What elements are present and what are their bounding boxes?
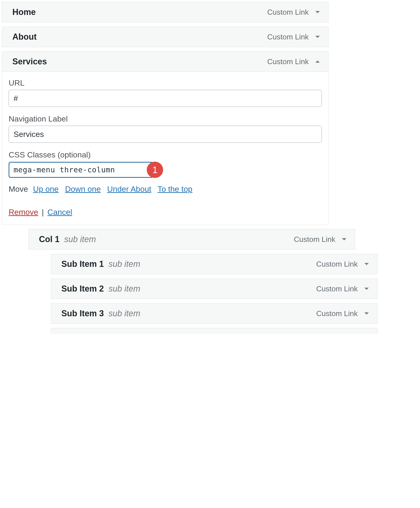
menu-item-col1-title-text: Col 1 xyxy=(39,234,60,244)
menu-item-sub1-title-text: Sub Item 1 xyxy=(61,259,104,269)
move-up-link[interactable]: Up one xyxy=(33,184,59,193)
chevron-down-icon xyxy=(363,261,370,267)
menu-item-about-title: About xyxy=(12,32,267,42)
chevron-down-icon xyxy=(363,310,370,317)
css-classes-label: CSS Classes (optional) xyxy=(9,150,322,159)
remove-link[interactable]: Remove xyxy=(9,208,38,216)
annotation-badge-1: 1 xyxy=(147,162,163,178)
sub-item-label: sub item xyxy=(108,259,140,269)
sub-item-label: sub item xyxy=(64,234,96,244)
menu-item-sub1: Sub Item 1 sub item Custom Link xyxy=(51,254,377,274)
url-field: URL xyxy=(9,78,322,107)
url-input[interactable] xyxy=(9,90,322,107)
menu-item-sub3-title-text: Sub Item 3 xyxy=(61,309,104,318)
navigation-label-field: Navigation Label xyxy=(9,114,322,143)
chevron-up-icon xyxy=(314,58,321,65)
menu-item-sub3-header[interactable]: Sub Item 3 sub item Custom Link xyxy=(51,303,377,324)
menu-item-services-header[interactable]: Services Custom Link xyxy=(2,52,328,72)
menu-item-sub3: Sub Item 3 sub item Custom Link xyxy=(51,303,377,324)
navigation-label-label: Navigation Label xyxy=(9,114,322,123)
menu-item-services: Services Custom Link URL Navigation Labe… xyxy=(2,51,329,225)
chevron-down-icon xyxy=(314,34,321,40)
move-down-link[interactable]: Down one xyxy=(65,184,101,193)
menu-item-sub2-type: Custom Link xyxy=(316,285,358,293)
item-actions-row: Remove | Cancel xyxy=(9,208,322,217)
menu-item-home-type: Custom Link xyxy=(267,8,309,16)
move-label: Move xyxy=(9,184,28,193)
url-label: URL xyxy=(9,78,322,88)
cancel-link[interactable]: Cancel xyxy=(47,208,72,216)
menu-item-home-header[interactable]: Home Custom Link xyxy=(2,2,328,22)
menu-item-about: About Custom Link xyxy=(2,27,329,47)
navigation-label-input[interactable] xyxy=(9,126,322,143)
menu-item-sub1-title: Sub Item 1 sub item xyxy=(61,259,316,269)
menu-item-partial xyxy=(51,328,377,334)
menu-item-col1: Col 1 sub item Custom Link xyxy=(29,229,355,250)
menu-item-col1-type: Custom Link xyxy=(294,235,335,244)
menu-item-services-settings: URL Navigation Label CSS Classes (option… xyxy=(2,72,328,225)
menu-item-sub3-title: Sub Item 3 sub item xyxy=(61,309,316,318)
menu-item-sub2-title-text: Sub Item 2 xyxy=(61,284,104,294)
move-under-link[interactable]: Under About xyxy=(107,184,151,193)
chevron-down-icon xyxy=(314,9,321,15)
menu-item-services-title: Services xyxy=(12,57,267,66)
menu-item-about-header[interactable]: About Custom Link xyxy=(2,27,328,47)
menu-item-sub1-header[interactable]: Sub Item 1 sub item Custom Link xyxy=(51,254,377,274)
menu-item-sub2-title: Sub Item 2 sub item xyxy=(61,284,316,294)
menu-item-home: Home Custom Link xyxy=(2,2,329,22)
actions-separator: | xyxy=(42,208,44,216)
menu-item-sub2: Sub Item 2 sub item Custom Link xyxy=(51,279,377,299)
move-row: Move Up one Down one Under About To the … xyxy=(9,184,322,194)
chevron-down-icon xyxy=(341,236,347,243)
sub-item-label: sub item xyxy=(108,309,140,318)
move-top-link[interactable]: To the top xyxy=(158,184,192,193)
menu-item-sub1-type: Custom Link xyxy=(316,260,358,268)
css-classes-field: CSS Classes (optional) 1 xyxy=(9,150,322,178)
chevron-down-icon xyxy=(363,286,370,292)
sub-item-label: sub item xyxy=(108,284,140,294)
menu-structure-list: Home Custom Link About Custom Link Servi… xyxy=(2,2,418,334)
menu-item-about-type: Custom Link xyxy=(267,33,309,41)
css-classes-input[interactable] xyxy=(9,162,153,178)
menu-item-sub3-type: Custom Link xyxy=(316,309,358,318)
menu-item-col1-header[interactable]: Col 1 sub item Custom Link xyxy=(29,229,355,249)
menu-item-services-type: Custom Link xyxy=(267,57,309,66)
menu-item-home-title: Home xyxy=(12,7,267,17)
menu-item-sub2-header[interactable]: Sub Item 2 sub item Custom Link xyxy=(51,279,377,299)
menu-item-col1-title: Col 1 sub item xyxy=(39,234,294,244)
